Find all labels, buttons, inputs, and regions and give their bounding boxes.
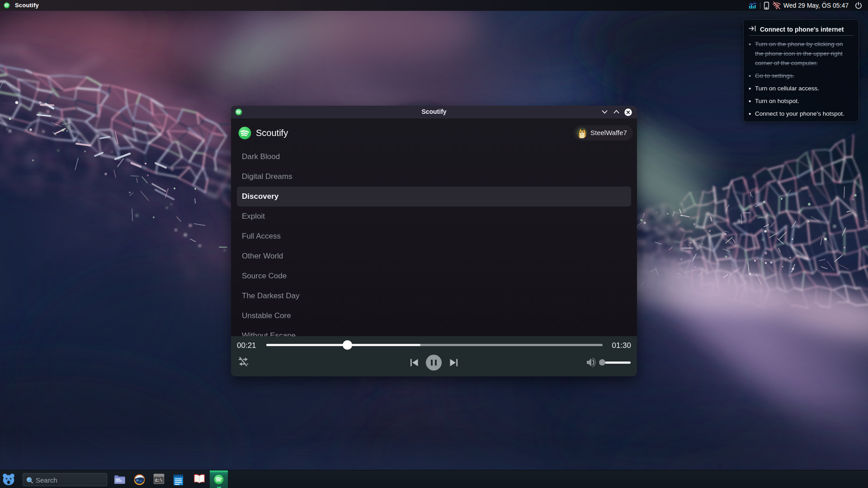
svg-text:C:\: C:\ xyxy=(156,479,162,483)
